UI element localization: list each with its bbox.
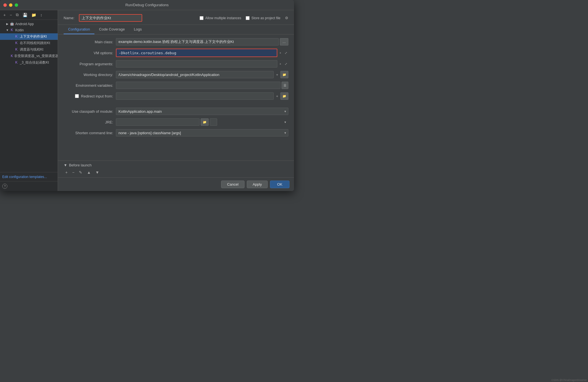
- jre-input[interactable]: [116, 118, 200, 126]
- before-launch-chevron[interactable]: ▼: [64, 163, 67, 167]
- before-launch-header: ▼ Before launch: [64, 163, 288, 167]
- sidebar-item-item2[interactable]: K 在不同线程间跳转Kt: [0, 40, 58, 46]
- header-options: Allow multiple instances Store as projec…: [200, 16, 288, 20]
- working-dir-add-button[interactable]: +: [275, 72, 279, 77]
- sidebar-item-item5[interactable]: K _3_组合挂起函数Kt: [0, 59, 58, 66]
- spacer-icon: [10, 42, 14, 45]
- spacer-icon: [10, 48, 14, 51]
- store-as-project-checkbox[interactable]: [246, 16, 250, 20]
- name-input[interactable]: [79, 15, 142, 21]
- main-class-label: Main class:: [64, 40, 116, 44]
- redirect-input[interactable]: [116, 92, 274, 100]
- tab-configuration[interactable]: Configuration: [64, 25, 94, 34]
- maximize-button[interactable]: [15, 3, 18, 7]
- sort-config-button[interactable]: ↕: [39, 12, 43, 18]
- vm-options-input[interactable]: [116, 49, 277, 57]
- program-args-input-area: + ⤢: [116, 60, 288, 68]
- vm-options-row: VM options: + ⤢: [64, 49, 288, 57]
- form-area: Main class: … VM options: + ⤢: [58, 34, 294, 160]
- sidebar-item-item4[interactable]: K 非受限调度器_vs_受限调度器Kt: [0, 53, 58, 59]
- close-button[interactable]: [3, 3, 7, 7]
- tab-logs[interactable]: Logs: [129, 25, 146, 34]
- kotlin-file-icon: K: [14, 47, 19, 52]
- sidebar: + − ⧉ 💾 📁 ↕ ▶ 🤖 Android App ▼ K Kotlin: [0, 10, 58, 191]
- gear-icon[interactable]: ⚙: [285, 16, 288, 20]
- apply-button[interactable]: Apply: [247, 181, 268, 188]
- kotlin-file-icon: K: [14, 41, 19, 45]
- jre-dropdown[interactable]: [210, 118, 217, 126]
- name-input-wrapper: [79, 14, 142, 22]
- sidebar-item-item3[interactable]: K 调度器与线程Kt: [0, 46, 58, 53]
- copy-config-button[interactable]: ⧉: [15, 12, 20, 18]
- ok-button[interactable]: OK: [270, 181, 289, 188]
- sidebar-item-android-app[interactable]: ▶ 🤖 Android App: [0, 21, 58, 27]
- program-args-input[interactable]: [116, 60, 277, 68]
- remove-config-button[interactable]: −: [8, 12, 13, 18]
- before-launch-section: ▼ Before launch + − ✎ ▲ ▼: [58, 160, 294, 177]
- kotlin-file-icon: K: [14, 60, 19, 65]
- help-button[interactable]: ?: [2, 184, 7, 189]
- folder-config-button[interactable]: 📁: [30, 12, 37, 18]
- sidebar-item-label-3: 调度器与线程Kt: [20, 47, 43, 52]
- tab-code-coverage[interactable]: Code Coverage: [94, 25, 129, 34]
- redirect-add-button[interactable]: +: [275, 94, 279, 99]
- title-bar: Run/Debug Configurations: [0, 0, 294, 10]
- main-class-input[interactable]: [116, 38, 279, 45]
- before-launch-add-button[interactable]: +: [64, 170, 69, 175]
- sidebar-item-kotlin-group[interactable]: ▼ K Kotlin: [0, 27, 58, 33]
- classpath-label: Use classpath of module:: [64, 109, 116, 114]
- shorten-cmd-row: Shorten command line: none - java [optio…: [64, 129, 288, 137]
- working-dir-input-area: + 📁: [116, 71, 288, 78]
- name-label: Name:: [64, 16, 74, 20]
- sidebar-item-label-4: 非受限调度器_vs_受限调度器Kt: [14, 54, 58, 58]
- spacer-icon: [10, 35, 14, 38]
- env-vars-input[interactable]: [116, 82, 280, 89]
- main-layout: + − ⧉ 💾 📁 ↕ ▶ 🤖 Android App ▼ K Kotlin: [0, 10, 294, 191]
- vm-options-expand-button[interactable]: ⤢: [284, 51, 288, 55]
- before-launch-toolbar: + − ✎ ▲ ▼: [64, 170, 288, 175]
- before-launch-up-button[interactable]: ▲: [85, 170, 92, 175]
- classpath-row: Use classpath of module: KotlinApplicati…: [64, 107, 288, 115]
- before-launch-edit-button[interactable]: ✎: [77, 170, 84, 175]
- main-class-input-area: …: [116, 38, 288, 45]
- save-config-button[interactable]: 💾: [21, 12, 29, 18]
- allow-multiple-label[interactable]: Allow multiple instances: [200, 16, 241, 20]
- classpath-dropdown-wrapper: KotlinApplication.app.main ▼: [116, 108, 288, 115]
- minimize-button[interactable]: [9, 3, 12, 7]
- vm-options-add-button[interactable]: +: [278, 51, 282, 55]
- program-args-add-button[interactable]: +: [278, 62, 282, 66]
- shorten-cmd-input-area: none - java [options] className [args] ▼: [116, 129, 288, 136]
- redirect-row: Redirect input from: + 📁: [64, 92, 288, 100]
- working-dir-browse-button[interactable]: 📁: [280, 71, 288, 78]
- sidebar-item-item1[interactable]: K 上下文中的作业Kt: [0, 33, 58, 40]
- add-config-button[interactable]: +: [2, 12, 7, 18]
- sidebar-tree: ▶ 🤖 Android App ▼ K Kotlin K 上下文中的作业Kt K…: [0, 20, 58, 172]
- jre-input-area: 📁 ▼: [116, 118, 288, 126]
- jre-row: JRE: 📁 ▼: [64, 118, 288, 126]
- cancel-button[interactable]: Cancel: [221, 181, 244, 188]
- classpath-input-area: KotlinApplication.app.main ▼: [116, 108, 288, 115]
- shorten-cmd-dropdown[interactable]: none - java [options] className [args]: [116, 129, 288, 136]
- redirect-checkbox[interactable]: [75, 94, 79, 98]
- before-launch-down-button[interactable]: ▼: [94, 170, 101, 175]
- before-launch-remove-button[interactable]: −: [70, 170, 76, 175]
- sidebar-toolbar: + − ⧉ 💾 📁 ↕: [0, 10, 58, 20]
- content-area: Name: Allow multiple instances Store as …: [58, 10, 294, 191]
- redirect-browse-button[interactable]: 📁: [280, 92, 288, 100]
- edit-templates-link[interactable]: Edit configuration templates...: [2, 175, 47, 179]
- before-launch-title: Before launch: [69, 163, 92, 167]
- sidebar-item-android-label: Android App: [15, 22, 34, 26]
- classpath-dropdown[interactable]: KotlinApplication.app.main: [116, 108, 288, 115]
- allow-multiple-checkbox[interactable]: [200, 16, 204, 20]
- jre-browse-button[interactable]: 📁: [201, 118, 209, 126]
- program-args-expand-button[interactable]: ⤢: [284, 62, 288, 66]
- store-as-project-label[interactable]: Store as project file: [246, 16, 280, 20]
- sidebar-item-label-2: 在不同线程间跳转Kt: [20, 41, 50, 45]
- working-dir-input[interactable]: [116, 71, 274, 78]
- kotlin-file-icon: K: [11, 54, 13, 58]
- main-class-row: Main class: …: [64, 38, 288, 46]
- main-class-browse-button[interactable]: …: [280, 38, 288, 45]
- tabs-bar: Configuration Code Coverage Logs: [58, 25, 294, 34]
- shorten-cmd-label: Shorten command line:: [64, 131, 116, 135]
- env-vars-edit-button[interactable]: ☰: [282, 82, 288, 89]
